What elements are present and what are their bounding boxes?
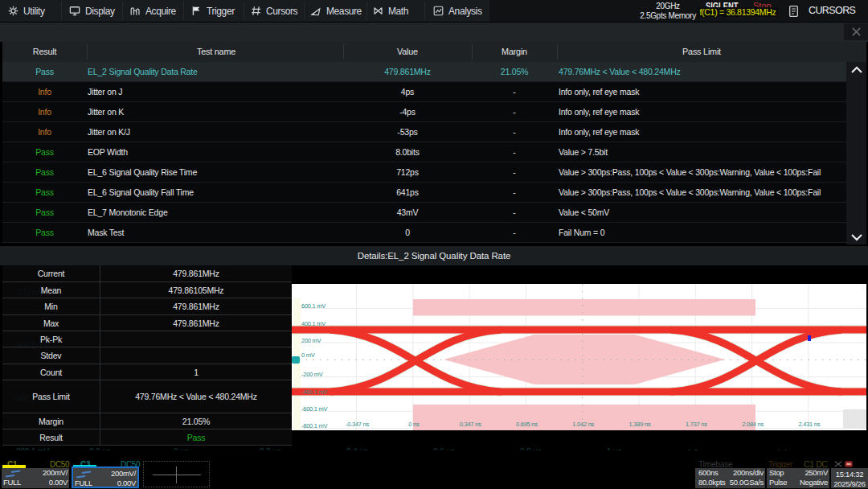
svg-text:-600.1 mV: -600.1 mV	[301, 405, 328, 413]
svg-text:-200 mV: -200 mV	[301, 371, 323, 378]
svg-text:400.1 mV: 400.1 mV	[301, 320, 326, 327]
svg-text:2.431 ns: 2.431 ns	[799, 421, 821, 428]
svg-text:0.695 ns: 0.695 ns	[516, 421, 538, 428]
svg-text:600.1 mV: 600.1 mV	[301, 302, 326, 310]
svg-text:0 mV: 0 mV	[301, 351, 315, 359]
svg-text:2.084 ns: 2.084 ns	[742, 421, 764, 428]
svg-text:-800.1 mV: -800.1 mV	[301, 422, 328, 429]
svg-text:-400.1 mV: -400.1 mV	[301, 388, 328, 396]
svg-text:0 ns: 0 ns	[408, 421, 420, 428]
svg-text:200 mV: 200 mV	[301, 337, 321, 344]
svg-text:0.347 ns: 0.347 ns	[460, 421, 481, 428]
svg-text:1.042 ns: 1.042 ns	[572, 421, 594, 428]
svg-text:-0.347 ns: -0.347 ns	[346, 421, 370, 428]
svg-text:1.389 ns: 1.389 ns	[629, 421, 651, 428]
svg-text:1.737 ns: 1.737 ns	[686, 421, 707, 428]
